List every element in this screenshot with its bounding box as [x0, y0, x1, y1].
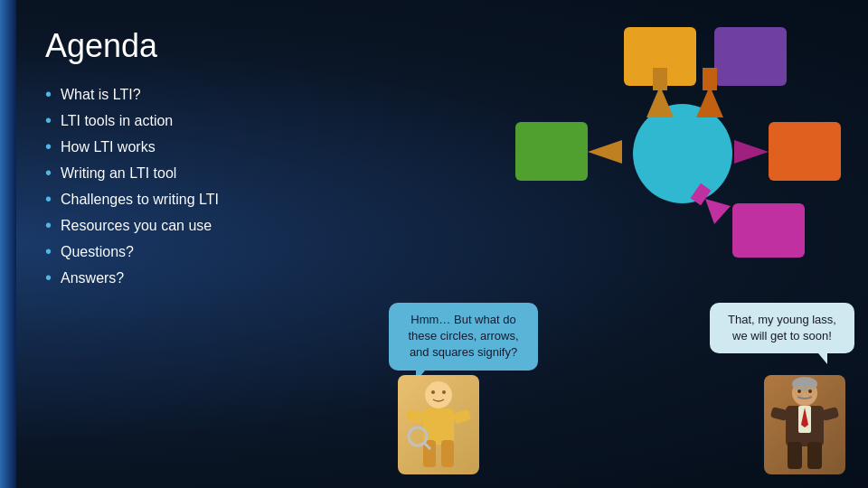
svg-point-23	[442, 390, 446, 394]
figure-left	[398, 375, 479, 474]
svg-marker-8	[696, 86, 723, 117]
svg-marker-10	[588, 140, 622, 164]
speech-bubble-right: That, my young lass, we will get to soon…	[710, 303, 854, 353]
svg-rect-7	[653, 68, 667, 90]
svg-rect-4	[732, 203, 805, 258]
speech-bubble-left: Hmm… But what do these circles, arrows, …	[389, 303, 538, 371]
svg-rect-31	[770, 407, 788, 421]
bubble-right-container: That, my young lass, we will get to soon…	[710, 303, 854, 353]
svg-point-34	[808, 389, 812, 393]
svg-point-33	[797, 389, 801, 393]
svg-rect-30	[807, 442, 822, 469]
bottom-area: Hmm… But what do these circles, arrows, …	[389, 303, 854, 474]
svg-marker-12	[705, 199, 731, 224]
diagram-area	[506, 18, 850, 289]
slide-content: Agenda What is LTI? LTI tools in action …	[0, 0, 868, 488]
diagram-svg	[506, 18, 850, 289]
figure-right	[764, 375, 845, 474]
svg-point-22	[431, 390, 435, 394]
svg-point-0	[633, 104, 732, 203]
svg-rect-29	[788, 442, 802, 469]
bubble-left-text: Hmm… But what do these circles, arrows, …	[408, 313, 518, 359]
svg-rect-3	[769, 122, 841, 181]
svg-marker-6	[646, 86, 674, 117]
bubble-right-text: That, my young lass, we will get to soon…	[728, 313, 836, 343]
svg-rect-19	[452, 408, 471, 424]
svg-rect-18	[405, 408, 424, 424]
svg-rect-9	[703, 68, 717, 90]
svg-rect-5	[515, 122, 588, 181]
svg-point-14	[425, 381, 452, 408]
bubble-left-container: Hmm… But what do these circles, arrows, …	[389, 303, 538, 371]
svg-rect-17	[441, 440, 454, 467]
svg-marker-11	[734, 140, 769, 164]
svg-rect-32	[821, 407, 839, 421]
svg-rect-2	[714, 27, 787, 86]
